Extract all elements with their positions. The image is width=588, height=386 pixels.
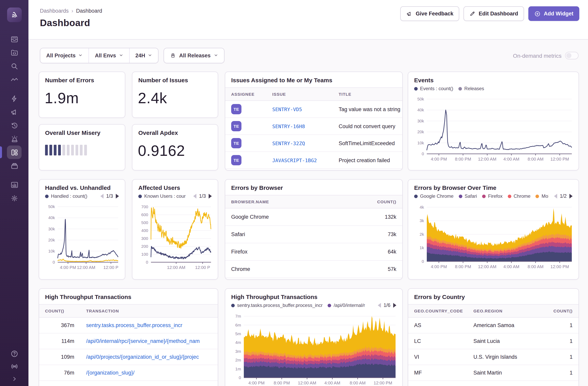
column-header[interactable]: ASSIGNEE [225, 92, 266, 96]
sidebar-item-help[interactable] [0, 347, 28, 360]
table-row[interactable]: LCSaint Lucia1 [408, 333, 579, 349]
pager-prev-icon[interactable] [554, 194, 557, 199]
issue-link[interactable]: SENTRY-VD5 [272, 106, 302, 112]
table-row[interactable]: TESENTRY-32ZQSoftTimeLimitExceeded [225, 135, 402, 152]
widget-overall-user-misery[interactable]: Overall User Misery [39, 124, 125, 170]
sidebar-item-archive[interactable] [0, 159, 28, 172]
project-filter[interactable]: All Projects [40, 48, 89, 63]
sidebar-item-collapse[interactable] [0, 373, 28, 385]
issue-link[interactable]: SENTRY-16H8 [272, 123, 305, 129]
sidebar-item-folder-code[interactable] [0, 46, 28, 59]
sidebar-item-history[interactable] [0, 119, 28, 132]
high-throughput-chart[interactable]: 01m2m3m4m5m6m7m4:00 PM8:00 PM12:00 AM4:0… [225, 308, 402, 386]
column-header[interactable]: BROWSER.NAME [225, 199, 359, 204]
legend-entry[interactable]: Known Users : cour [138, 193, 186, 199]
column-header[interactable]: COUNT() [359, 199, 402, 204]
sidebar-item-broadcast[interactable] [0, 360, 28, 373]
table-row[interactable]: 109m/api/0/projects/{organization_id_or_… [39, 349, 218, 365]
edit-dashboard-button[interactable]: Edit Dashboard [464, 6, 524, 21]
date-range-filter[interactable]: 24H [129, 48, 158, 63]
sidebar-item-siren[interactable] [0, 132, 28, 146]
sidebar-item-pulse[interactable] [0, 73, 28, 86]
legend-entry[interactable]: /api/0/internal/r [328, 303, 365, 308]
sentry-logo[interactable] [7, 7, 21, 22]
table-row[interactable]: ASAmerican Samoa1 [408, 318, 579, 333]
breadcrumb-dashboards[interactable]: Dashboards [40, 8, 69, 14]
table-row[interactable]: TEJAVASCRIPT-1BG2Project creation failed [225, 152, 402, 169]
sidebar-item-dashboard[interactable] [0, 146, 28, 159]
pager-next-icon[interactable] [209, 194, 212, 199]
widget-high-throughput-chart[interactable]: High Throughput Transactions sentry.task… [225, 288, 403, 386]
table-row[interactable]: Chrome57k [225, 261, 402, 278]
assignee-avatar[interactable]: TE [231, 155, 241, 165]
sidebar-item-stats[interactable] [0, 178, 28, 191]
sidebar-item-search[interactable] [0, 59, 28, 73]
transaction-link[interactable]: /api/0/projects/{organization_id_or_slug… [86, 354, 199, 360]
legend-entry[interactable]: Chrome [508, 193, 530, 199]
sidebar-item-lightning[interactable] [0, 92, 28, 105]
widget-errors-by-country[interactable]: Errors by Country GEO.COUNTRY_CODEGEO.RE… [408, 288, 579, 386]
table-row[interactable]: 367msentry.tasks.process_buffer.process_… [39, 318, 218, 333]
issue-link[interactable]: SENTRY-32ZQ [272, 140, 305, 146]
handled-chart[interactable]: 010k20k30k40k50k4:00 PM12:00 AM12:00 P [39, 199, 125, 274]
widget-errors-by-browser[interactable]: Errors by Browser BROWSER.NAMECOUNT()Goo… [225, 179, 403, 280]
widget-number-of-issues[interactable]: Number of Issues 2.4k [132, 71, 218, 118]
sidebar-item-megaphone[interactable] [0, 105, 28, 119]
widget-handled-vs-unhandled[interactable]: Handled vs. Unhandled Handled : count()1… [39, 179, 125, 280]
widget-errors-by-browser-over-time[interactable]: Errors by Browser Over Time Google Chrom… [408, 179, 579, 280]
events-chart[interactable]: 010k20k30k40k50k4:00 PM8:00 PM12:00 AM4:… [408, 91, 579, 166]
column-header[interactable]: GEO.COUNTRY_CODE [408, 309, 467, 313]
pager-prev-icon[interactable] [100, 194, 103, 199]
legend-entry[interactable]: Google Chrome [414, 193, 453, 199]
column-header[interactable]: TRANSACTION [80, 309, 218, 313]
affected-users-chart[interactable]: 010020030040050060070012:00 AM12:00 P [132, 199, 218, 274]
assignee-avatar[interactable]: TE [231, 121, 241, 131]
give-feedback-button[interactable]: Give Feedback [400, 6, 459, 21]
table-row[interactable]: 114m/api/0/internal/rpc/{service_name}/{… [39, 333, 218, 349]
table-row[interactable]: Google Chrome132k [225, 208, 402, 226]
column-header[interactable]: ISSUE [266, 92, 333, 96]
legend-entry[interactable]: sentry.tasks.process_buffer.process_incr [231, 303, 323, 308]
widget-overall-apdex[interactable]: Overall Apdex 0.9162 [132, 124, 218, 170]
table-row[interactable]: MFSaint Martin1 [408, 365, 579, 381]
widget-high-throughput-table[interactable]: High Throughput Transactions COUNT()TRAN… [39, 288, 218, 386]
column-header[interactable]: COUNT() [39, 309, 80, 313]
on-demand-metrics-toggle[interactable] [565, 52, 579, 59]
column-header[interactable]: COUNT() [543, 309, 579, 313]
legend-entry[interactable]: Mobile S [536, 193, 548, 199]
table-row[interactable]: Mobile Safari33k [225, 278, 402, 280]
transaction-link[interactable]: /{organization_slug}/ [86, 370, 135, 376]
table-row[interactable]: TESENTRY-16H8Could not convert query [225, 118, 402, 135]
release-filter[interactable]: All Releases [164, 48, 224, 63]
column-header[interactable]: TITLE [333, 92, 402, 96]
table-row[interactable]: Firefox64k [225, 243, 402, 261]
table-row[interactable]: Safari73k [225, 226, 402, 243]
widget-number-of-errors[interactable]: Number of Errors 1.9m [39, 71, 125, 118]
legend-entry[interactable]: Firefox [482, 193, 503, 199]
environment-filter[interactable]: All Envs [89, 48, 129, 63]
pager-next-icon[interactable] [393, 303, 396, 308]
sidebar-item-gear[interactable] [0, 191, 28, 205]
browser-over-time-chart[interactable]: 01k2k3k4k4:00 PM8:00 PM12:00 AM4:00 AM8:… [408, 199, 579, 273]
pager-prev-icon[interactable] [193, 194, 196, 199]
add-widget-button[interactable]: Add Widget [528, 6, 579, 21]
column-header[interactable]: GEO.REGION [467, 309, 543, 313]
widget-events[interactable]: Events Events : count()Releases 010k20k3… [408, 71, 579, 170]
transaction-link[interactable]: sentry.tasks.process_buffer.process_incr [86, 322, 182, 328]
assignee-avatar[interactable]: TE [231, 138, 241, 148]
table-row[interactable]: VIU.S. Virgin Islands1 [408, 349, 579, 365]
table-row[interactable]: TESENTRY-VD5Tag value was not a string [225, 101, 402, 118]
legend-entry[interactable]: Events : count() [414, 86, 453, 91]
pager-prev-icon[interactable] [378, 303, 381, 308]
legend-entry[interactable]: Handled : count() [45, 193, 87, 199]
pager-next-icon[interactable] [569, 194, 573, 199]
assignee-avatar[interactable]: TE [231, 104, 241, 114]
legend-entry[interactable]: Safari [459, 193, 477, 199]
widget-issues-assigned[interactable]: Issues Assigned to Me or My Teams ASSIGN… [225, 71, 403, 170]
pager-next-icon[interactable] [116, 194, 119, 199]
table-row[interactable]: 76m/{organization_slug}/ [39, 365, 218, 381]
sidebar-item-inbox[interactable] [0, 32, 28, 46]
legend-entry[interactable]: Releases [458, 86, 484, 91]
issue-link[interactable]: JAVASCRIPT-1BG2 [272, 157, 317, 163]
widget-affected-users[interactable]: Affected Users Known Users : cour1/3 010… [132, 179, 218, 280]
